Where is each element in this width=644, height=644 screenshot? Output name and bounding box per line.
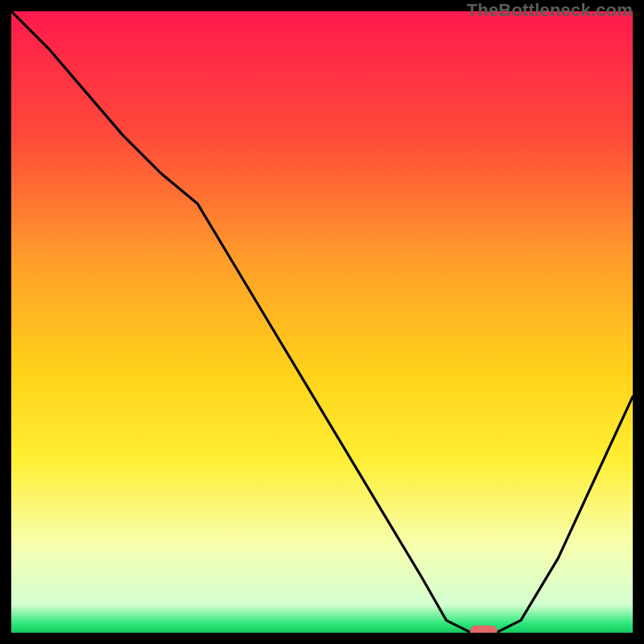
gradient-background (11, 11, 633, 633)
plot-svg (11, 11, 633, 633)
watermark-text: TheBottleneck.com (467, 0, 633, 21)
chart-frame (11, 11, 633, 633)
optimal-point-marker (470, 625, 497, 633)
